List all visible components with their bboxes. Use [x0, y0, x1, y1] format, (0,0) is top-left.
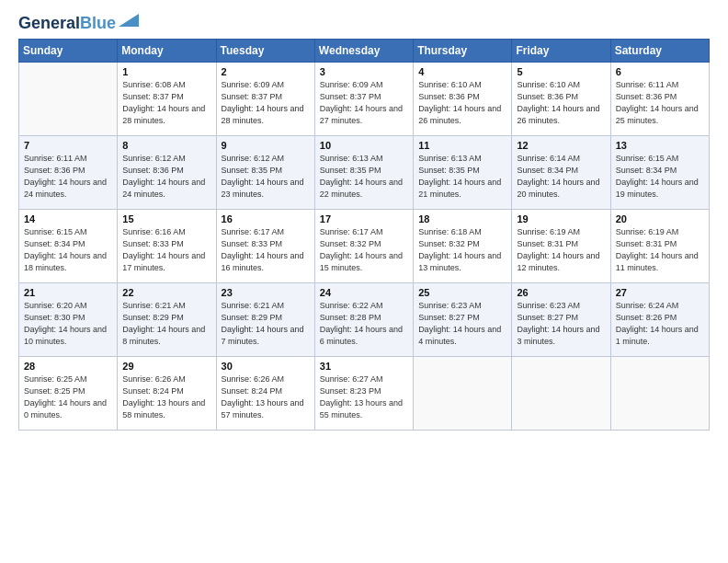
cell-content: Sunrise: 6:17 AM Sunset: 8:32 PM Dayligh…: [320, 226, 408, 274]
table-row: 18Sunrise: 6:18 AM Sunset: 8:32 PM Dayli…: [414, 209, 512, 282]
day-number: 10: [320, 140, 408, 151]
day-number: 18: [418, 213, 506, 224]
table-row: [414, 356, 512, 430]
header-tuesday: Tuesday: [216, 39, 314, 62]
day-number: 22: [122, 287, 210, 298]
day-number: 6: [616, 66, 704, 77]
table-row: 28Sunrise: 6:25 AM Sunset: 8:25 PM Dayli…: [19, 356, 118, 430]
cell-content: Sunrise: 6:12 AM Sunset: 8:35 PM Dayligh…: [222, 153, 310, 201]
cell-content: Sunrise: 6:13 AM Sunset: 8:35 PM Dayligh…: [320, 153, 408, 201]
table-row: [512, 356, 610, 430]
header-wednesday: Wednesday: [314, 39, 413, 62]
day-number: 17: [320, 213, 408, 224]
day-number: 19: [517, 213, 605, 224]
day-number: 25: [418, 287, 506, 298]
cell-content: Sunrise: 6:23 AM Sunset: 8:27 PM Dayligh…: [517, 300, 605, 348]
logo-text: GeneralBlue: [18, 15, 116, 33]
cell-content: Sunrise: 6:17 AM Sunset: 8:33 PM Dayligh…: [222, 226, 310, 274]
cell-content: Sunrise: 6:23 AM Sunset: 8:27 PM Dayligh…: [418, 300, 506, 348]
day-number: 15: [122, 213, 210, 224]
cell-content: Sunrise: 6:13 AM Sunset: 8:35 PM Dayligh…: [418, 153, 506, 201]
table-row: 19Sunrise: 6:19 AM Sunset: 8:31 PM Dayli…: [512, 209, 610, 282]
header-thursday: Thursday: [414, 39, 512, 62]
table-row: 31Sunrise: 6:27 AM Sunset: 8:23 PM Dayli…: [314, 356, 413, 430]
day-number: 20: [616, 213, 704, 224]
table-row: 17Sunrise: 6:17 AM Sunset: 8:32 PM Dayli…: [314, 209, 413, 282]
day-number: 9: [222, 140, 310, 151]
day-number: 7: [24, 140, 112, 151]
calendar-header-row: Sunday Monday Tuesday Wednesday Thursday…: [19, 39, 710, 62]
cell-content: Sunrise: 6:11 AM Sunset: 8:36 PM Dayligh…: [616, 79, 704, 127]
table-row: 11Sunrise: 6:13 AM Sunset: 8:35 PM Dayli…: [414, 135, 512, 209]
table-row: 4Sunrise: 6:10 AM Sunset: 8:36 PM Daylig…: [414, 62, 512, 135]
table-row: [19, 62, 118, 135]
table-row: 25Sunrise: 6:23 AM Sunset: 8:27 PM Dayli…: [414, 282, 512, 356]
day-number: 31: [320, 361, 408, 372]
day-number: 29: [122, 361, 210, 372]
header-monday: Monday: [118, 39, 216, 62]
cell-content: Sunrise: 6:11 AM Sunset: 8:36 PM Dayligh…: [24, 153, 112, 201]
cell-content: Sunrise: 6:08 AM Sunset: 8:37 PM Dayligh…: [122, 79, 210, 127]
day-number: 14: [24, 213, 112, 224]
table-row: 24Sunrise: 6:22 AM Sunset: 8:28 PM Dayli…: [314, 282, 413, 356]
table-row: 8Sunrise: 6:12 AM Sunset: 8:36 PM Daylig…: [118, 135, 216, 209]
day-number: 28: [24, 361, 112, 372]
cell-content: Sunrise: 6:15 AM Sunset: 8:34 PM Dayligh…: [24, 226, 112, 274]
cell-content: Sunrise: 6:09 AM Sunset: 8:37 PM Dayligh…: [320, 79, 408, 127]
cell-content: Sunrise: 6:15 AM Sunset: 8:34 PM Dayligh…: [616, 153, 704, 201]
table-row: 26Sunrise: 6:23 AM Sunset: 8:27 PM Dayli…: [512, 282, 610, 356]
day-number: 4: [418, 66, 506, 77]
header: GeneralBlue: [18, 15, 710, 33]
calendar-week-row: 14Sunrise: 6:15 AM Sunset: 8:34 PM Dayli…: [19, 209, 710, 282]
cell-content: Sunrise: 6:26 AM Sunset: 8:24 PM Dayligh…: [222, 373, 310, 421]
day-number: 27: [616, 287, 704, 298]
table-row: 12Sunrise: 6:14 AM Sunset: 8:34 PM Dayli…: [512, 135, 610, 209]
cell-content: Sunrise: 6:14 AM Sunset: 8:34 PM Dayligh…: [517, 153, 605, 201]
header-friday: Friday: [512, 39, 610, 62]
table-row: 13Sunrise: 6:15 AM Sunset: 8:34 PM Dayli…: [610, 135, 709, 209]
header-sunday: Sunday: [19, 39, 118, 62]
day-number: 23: [222, 287, 310, 298]
table-row: [610, 356, 709, 430]
cell-content: Sunrise: 6:27 AM Sunset: 8:23 PM Dayligh…: [320, 373, 408, 421]
cell-content: Sunrise: 6:18 AM Sunset: 8:32 PM Dayligh…: [418, 226, 506, 274]
calendar-week-row: 1Sunrise: 6:08 AM Sunset: 8:37 PM Daylig…: [19, 62, 710, 135]
cell-content: Sunrise: 6:21 AM Sunset: 8:29 PM Dayligh…: [122, 300, 210, 348]
cell-content: Sunrise: 6:16 AM Sunset: 8:33 PM Dayligh…: [122, 226, 210, 274]
table-row: 2Sunrise: 6:09 AM Sunset: 8:37 PM Daylig…: [216, 62, 314, 135]
day-number: 2: [222, 66, 310, 77]
cell-content: Sunrise: 6:19 AM Sunset: 8:31 PM Dayligh…: [517, 226, 605, 274]
table-row: 16Sunrise: 6:17 AM Sunset: 8:33 PM Dayli…: [216, 209, 314, 282]
day-number: 21: [24, 287, 112, 298]
calendar-week-row: 7Sunrise: 6:11 AM Sunset: 8:36 PM Daylig…: [19, 135, 710, 209]
table-row: 20Sunrise: 6:19 AM Sunset: 8:31 PM Dayli…: [610, 209, 709, 282]
table-row: 14Sunrise: 6:15 AM Sunset: 8:34 PM Dayli…: [19, 209, 118, 282]
cell-content: Sunrise: 6:20 AM Sunset: 8:30 PM Dayligh…: [24, 300, 112, 348]
cell-content: Sunrise: 6:22 AM Sunset: 8:28 PM Dayligh…: [320, 300, 408, 348]
table-row: 15Sunrise: 6:16 AM Sunset: 8:33 PM Dayli…: [118, 209, 216, 282]
table-row: 5Sunrise: 6:10 AM Sunset: 8:36 PM Daylig…: [512, 62, 610, 135]
table-row: 21Sunrise: 6:20 AM Sunset: 8:30 PM Dayli…: [19, 282, 118, 356]
day-number: 8: [122, 140, 210, 151]
page-container: GeneralBlue Sunday Monday Tuesday Wednes…: [0, 0, 728, 440]
cell-content: Sunrise: 6:21 AM Sunset: 8:29 PM Dayligh…: [222, 300, 310, 348]
calendar-week-row: 28Sunrise: 6:25 AM Sunset: 8:25 PM Dayli…: [19, 356, 710, 430]
table-row: 29Sunrise: 6:26 AM Sunset: 8:24 PM Dayli…: [118, 356, 216, 430]
table-row: 9Sunrise: 6:12 AM Sunset: 8:35 PM Daylig…: [216, 135, 314, 209]
table-row: 23Sunrise: 6:21 AM Sunset: 8:29 PM Dayli…: [216, 282, 314, 356]
day-number: 5: [517, 66, 605, 77]
logo-icon: [119, 14, 139, 27]
day-number: 1: [122, 66, 210, 77]
logo: GeneralBlue: [18, 15, 139, 33]
cell-content: Sunrise: 6:25 AM Sunset: 8:25 PM Dayligh…: [24, 373, 112, 421]
calendar-week-row: 21Sunrise: 6:20 AM Sunset: 8:30 PM Dayli…: [19, 282, 710, 356]
day-number: 12: [517, 140, 605, 151]
cell-content: Sunrise: 6:24 AM Sunset: 8:26 PM Dayligh…: [616, 300, 704, 348]
table-row: 3Sunrise: 6:09 AM Sunset: 8:37 PM Daylig…: [314, 62, 413, 135]
table-row: 10Sunrise: 6:13 AM Sunset: 8:35 PM Dayli…: [314, 135, 413, 209]
day-number: 16: [222, 213, 310, 224]
day-number: 30: [222, 361, 310, 372]
table-row: 22Sunrise: 6:21 AM Sunset: 8:29 PM Dayli…: [118, 282, 216, 356]
table-row: 6Sunrise: 6:11 AM Sunset: 8:36 PM Daylig…: [610, 62, 709, 135]
table-row: 27Sunrise: 6:24 AM Sunset: 8:26 PM Dayli…: [610, 282, 709, 356]
